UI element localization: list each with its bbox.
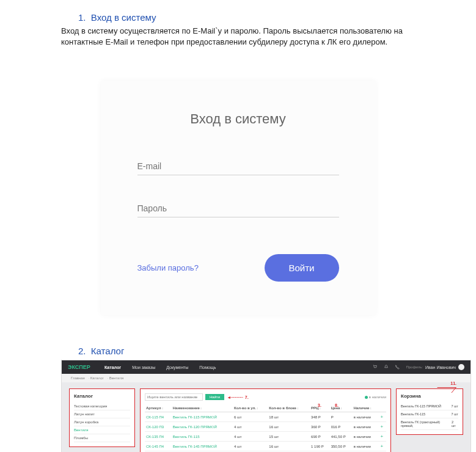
th-name[interactable]: Наименование↕ bbox=[172, 404, 233, 412]
sort-icon: ↕ bbox=[297, 406, 299, 410]
cart-icon[interactable] bbox=[373, 365, 378, 370]
sort-icon: ↕ bbox=[257, 406, 258, 410]
cell-stock: в наличии bbox=[353, 432, 379, 442]
login-button[interactable]: Войти bbox=[265, 254, 339, 282]
catalog-table: Артикул↕ Наименование↕ Кол-во в уп.↕ Кол… bbox=[145, 404, 386, 451]
breadcrumb-home[interactable]: Главная bbox=[71, 376, 85, 380]
stock-dot-icon bbox=[365, 396, 368, 399]
cell-price: 441,50 Р bbox=[330, 432, 353, 442]
cart-item-qty: 7 шт bbox=[451, 404, 458, 408]
nav-help[interactable]: Помощь bbox=[199, 365, 216, 370]
table-row: СК-135 П4 Вентиль ГК-115 4 шт 15 шт 690 … bbox=[145, 432, 386, 442]
th-stock[interactable]: Наличие↕ bbox=[353, 404, 379, 412]
cart-item-name: Вентиль ГК-115 ПРЯМОЙ bbox=[401, 404, 441, 408]
sidebar-item-active[interactable]: Вентиля bbox=[74, 426, 130, 434]
th-pack[interactable]: Кол-во в уп.↕ bbox=[233, 404, 268, 412]
cell-rrc: 360 Р bbox=[310, 422, 330, 432]
cell-name[interactable]: Вентиль ГК-120 ПРЯМОЙ bbox=[172, 422, 233, 432]
section-2-number: 2. bbox=[78, 346, 86, 356]
nav-orders[interactable]: Мои заказы bbox=[132, 365, 155, 370]
user-menu[interactable]: Профиль: Иван Иванович bbox=[406, 364, 464, 370]
section-1-text: Вход в систему осуществляется по E-Mail`… bbox=[61, 26, 415, 47]
cell-rrc: 348 Р bbox=[310, 412, 330, 422]
cell-name[interactable]: Вентиль ГК-145 ПРЯМОЙ bbox=[172, 442, 233, 451]
cell-article[interactable]: СК-135 П4 bbox=[145, 432, 172, 442]
cell-rrc: 690 Р bbox=[310, 432, 330, 442]
cart-item: Вентиль ГК (тракторный) прямой, 2 шт bbox=[401, 418, 458, 430]
cell-price: 016 Р bbox=[330, 422, 353, 432]
cell-pack: 4 шт bbox=[233, 422, 268, 432]
add-to-cart-icon[interactable]: + bbox=[381, 443, 384, 449]
cell-name[interactable]: Вентиль ГК-115 ПРЯМОЙ bbox=[172, 412, 233, 422]
cell-pack: 4 шт bbox=[233, 432, 268, 442]
section-1-heading: 1. Вход в систему bbox=[78, 12, 476, 23]
sidebar-item[interactable]: Латун коробка bbox=[74, 418, 130, 426]
sidebar-title: Каталог bbox=[74, 393, 130, 399]
cell-rrc: 1 190 Р bbox=[310, 442, 330, 451]
sidebar-item[interactable]: Пломбы bbox=[74, 434, 130, 442]
cart-item-qty: 7 шт bbox=[451, 412, 458, 416]
cell-article[interactable]: СК-145 П4 bbox=[145, 442, 172, 451]
cell-box: 18 шт bbox=[268, 412, 310, 422]
breadcrumb-current: Вентиля bbox=[109, 376, 124, 380]
cell-pack: 6 шт bbox=[233, 412, 268, 422]
stock-filter[interactable]: в наличии bbox=[365, 395, 386, 399]
cell-name[interactable]: Вентиль ГК-115 bbox=[172, 432, 233, 442]
sort-icon: ↕ bbox=[340, 406, 342, 410]
cart-item: Вентиль ГК-115 7 шт bbox=[401, 410, 458, 418]
nav: Каталог Мои заказы Документы Помощь bbox=[104, 365, 373, 370]
cart-item-name: Вентиль ГК (тракторный) прямой, bbox=[401, 420, 452, 428]
catalog-search-input[interactable] bbox=[145, 393, 203, 401]
topbar-icons bbox=[373, 365, 400, 370]
cell-box: 16 шт bbox=[268, 442, 310, 451]
breadcrumb: Главная · Каталог · Вентиля bbox=[62, 374, 471, 382]
sidebar-item[interactable]: Латун напит bbox=[74, 410, 130, 418]
add-to-cart-icon[interactable]: + bbox=[381, 434, 384, 439]
catalog-main: Найти ◄───── 7. в наличии 3. 8. Артикул bbox=[140, 388, 391, 452]
cell-stock: в наличии bbox=[353, 412, 379, 422]
cell-pack: 4 шт bbox=[233, 442, 268, 451]
cell-box: 15 шт bbox=[268, 432, 310, 442]
logo: ЭКСПЕР bbox=[68, 364, 104, 370]
phone-icon[interactable] bbox=[395, 365, 400, 370]
user-label: Профиль: bbox=[406, 365, 423, 369]
sort-icon: ↕ bbox=[370, 406, 372, 410]
nav-catalog[interactable]: Каталог bbox=[104, 365, 121, 370]
catalog-screenshot: ЭКСПЕР Каталог Мои заказы Документы Помо… bbox=[61, 360, 471, 452]
sort-icon: ↕ bbox=[162, 406, 164, 410]
cell-article[interactable]: СК-115 П4 bbox=[145, 412, 172, 422]
nav-documents[interactable]: Документы bbox=[166, 365, 188, 370]
topbar: ЭКСПЕР Каталог Мои заказы Документы Помо… bbox=[62, 360, 471, 374]
section-1-number: 1. bbox=[78, 12, 86, 23]
callout-8: 8. bbox=[335, 403, 339, 407]
cell-stock: в наличии bbox=[353, 442, 379, 451]
sidebar-item[interactable]: Тестовая категория bbox=[74, 403, 130, 410]
cart-panel: 11. Корзина Вентиль ГК-115 ПРЯМОЙ 7 шт В… bbox=[396, 388, 463, 435]
cell-article[interactable]: СК-120 П3 bbox=[145, 422, 172, 432]
catalog-search-button[interactable]: Найти bbox=[205, 394, 224, 400]
add-to-cart-icon[interactable]: + bbox=[381, 414, 384, 420]
cell-price: Р bbox=[330, 412, 353, 422]
email-field[interactable] bbox=[137, 158, 339, 175]
add-to-cart-icon[interactable]: + bbox=[381, 424, 384, 429]
password-field[interactable] bbox=[137, 200, 339, 217]
forgot-password-link[interactable]: Забыли пароль? bbox=[137, 263, 199, 272]
section-2-title: Каталог bbox=[91, 346, 125, 356]
cart-item-qty: 2 шт bbox=[452, 420, 458, 428]
sort-icon: ↕ bbox=[200, 406, 202, 410]
cart-item: Вентиль ГК-115 ПРЯМОЙ 7 шт bbox=[401, 403, 458, 410]
bell-icon[interactable] bbox=[384, 365, 389, 370]
user-name: Иван Иванович bbox=[425, 365, 456, 370]
avatar-icon bbox=[458, 364, 464, 370]
cell-box: 16 шт bbox=[268, 422, 310, 432]
th-price[interactable]: Цена↕ bbox=[330, 404, 353, 412]
login-title: Вход в систему bbox=[137, 111, 339, 127]
callout-3: 3. bbox=[318, 403, 321, 407]
login-card: Вход в систему Забыли пароль? Войти bbox=[101, 81, 376, 315]
th-article[interactable]: Артикул↕ bbox=[145, 404, 172, 412]
breadcrumb-catalog[interactable]: Каталог bbox=[90, 376, 104, 380]
callout-arrow: ◄───── bbox=[227, 395, 243, 399]
section-1-title: Вход в систему bbox=[91, 12, 156, 23]
table-row: СК-120 П3 Вентиль ГК-120 ПРЯМОЙ 4 шт 16 … bbox=[145, 422, 386, 432]
th-box[interactable]: Кол-во в блоке↕ bbox=[268, 404, 310, 412]
